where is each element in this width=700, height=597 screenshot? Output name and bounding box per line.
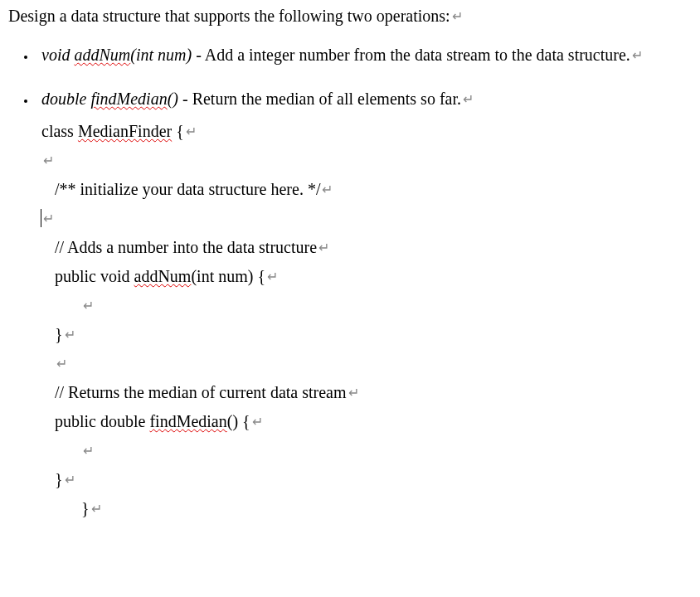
method-sig: void (41, 46, 74, 64)
list-item: double findMedian() - Return the median … (36, 85, 692, 523)
return-icon: ↵ (91, 502, 102, 516)
code-line: // Adds a number into the data structure… (41, 233, 692, 262)
return-icon: ↵ (452, 9, 463, 23)
return-icon: ↵ (65, 473, 75, 487)
method-args: (int num) (130, 46, 192, 64)
class-keyword: class (41, 122, 78, 140)
code-line: }↵ (41, 494, 692, 523)
return-icon: ↵ (56, 357, 67, 371)
ret-name: findMedian (149, 412, 226, 430)
method-desc: - Return the median of all elements so f… (178, 90, 461, 108)
return-icon: ↵ (43, 153, 54, 167)
return-icon: ↵ (267, 269, 278, 284)
code-line: /** initialize your data structure here.… (41, 175, 692, 204)
code-line: ↵ (41, 291, 692, 320)
return-icon: ↵ (83, 444, 94, 458)
code-line: // Returns the median of current data st… (41, 378, 692, 407)
class-open: { (172, 122, 184, 140)
code-line: public double findMedian() {↵ (41, 407, 692, 436)
code-line: ↵ (41, 146, 692, 175)
intro-text: Design a data structure that supports th… (8, 7, 450, 25)
method-args: () (168, 90, 178, 108)
code-line-cursor[interactable]: ↵ (41, 204, 692, 233)
list-item: void addNum(int num) - Add a integer num… (36, 41, 692, 70)
code-line: ↵ (41, 349, 692, 378)
return-icon: ↵ (252, 415, 263, 429)
return-icon: ↵ (463, 92, 474, 106)
code-block: class MedianFinder {↵ ↵ /** initialize y… (41, 117, 692, 523)
text-cursor-icon (41, 209, 41, 227)
ret-comment: // Returns the median of current data st… (55, 383, 347, 401)
bullet-list: void addNum(int num) - Add a integer num… (8, 41, 692, 523)
method-name: findMedian (90, 90, 167, 108)
return-icon: ↵ (318, 240, 329, 255)
add-comment: // Adds a number into the data structure (55, 238, 317, 256)
add-suffix: (int num) { (191, 267, 265, 285)
return-icon: ↵ (348, 386, 359, 400)
code-line: }↵ (41, 320, 692, 349)
code-line: ↵ (41, 436, 692, 465)
method-sig: double (41, 90, 90, 108)
add-prefix: public void (55, 267, 134, 285)
close-brace3: } (81, 499, 90, 517)
init-comment: /** initialize your data structure here.… (55, 180, 320, 198)
add-name: addNum (134, 267, 192, 285)
return-icon: ↵ (186, 124, 197, 138)
ret-suffix: () { (227, 412, 250, 430)
close-brace2: } (55, 470, 63, 488)
code-line: class MedianFinder {↵ (41, 117, 692, 146)
return-icon: ↵ (632, 48, 643, 62)
code-line: }↵ (41, 465, 692, 494)
return-icon: ↵ (65, 328, 75, 342)
return-icon: ↵ (322, 182, 333, 197)
code-line: public void addNum(int num) {↵ (41, 262, 692, 291)
method-desc: - Add a integer number from the data str… (192, 46, 630, 64)
close-brace: } (55, 325, 63, 343)
ret-prefix: public double (55, 412, 149, 430)
method-name: addNum (74, 46, 130, 64)
return-icon: ↵ (83, 298, 94, 313)
return-icon: ↵ (43, 211, 54, 226)
intro-paragraph: Design a data structure that supports th… (8, 7, 692, 26)
class-name: MedianFinder (78, 122, 172, 140)
